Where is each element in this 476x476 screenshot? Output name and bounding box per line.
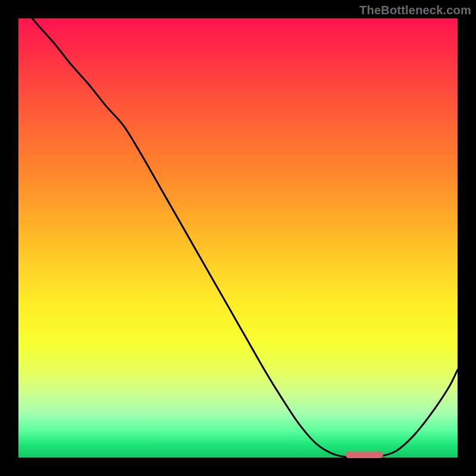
bottleneck-curve-path (18, 18, 458, 458)
watermark-text: TheBottleneck.com (359, 4, 471, 17)
x-axis-area (0, 458, 476, 476)
y-axis-area (0, 0, 18, 476)
curve-svg (18, 18, 458, 458)
optimal-range-marker (346, 452, 383, 458)
bottleneck-chart (18, 18, 458, 458)
